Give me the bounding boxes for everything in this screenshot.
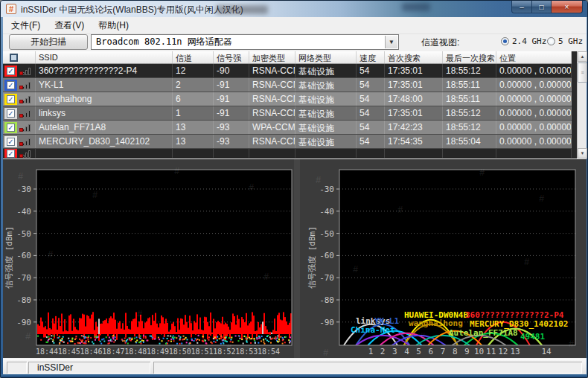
radio-5ghz[interactable]: 5 GHz	[547, 36, 583, 46]
network-label: China-Net	[351, 325, 395, 335]
menu-bar: 文件(F) 查看(V) 帮助(H)	[3, 17, 587, 34]
table-body: ✓360?????????????2-P412-90RSNA-CCMP基础设施5…	[3, 64, 572, 158]
window-title: inSSIDer 中国无线论坛(WlanBBS)专用版(风中闲人汉化)	[21, 4, 243, 16]
ssid-cell: 360?????????????2-P4	[36, 64, 173, 77]
header-position[interactable]: 位置	[496, 51, 572, 63]
menu-view[interactable]: 查看(V)	[48, 17, 90, 34]
svg-text:5: 5	[416, 347, 421, 356]
maximize-button[interactable]: □	[532, 1, 552, 13]
table-row[interactable]: ✓MERCURY_D830_140210213-93RSNA-CCMP基础设施5…	[3, 135, 572, 149]
channel-cell: 2	[173, 78, 214, 92]
svg-text:18:48: 18:48	[124, 347, 147, 356]
channel-cell: 12	[173, 64, 214, 77]
last-seen-cell: 18:55:12	[443, 64, 496, 77]
header-first-seen[interactable]: 首次搜索	[385, 51, 443, 63]
scroll-down-icon[interactable]: ▼	[578, 148, 587, 158]
row-checkbox[interactable]: ✓	[7, 95, 15, 103]
signal-strength-icon	[19, 108, 31, 118]
scrollbar-thumb[interactable]: ≡	[578, 63, 587, 83]
svg-text:14: 14	[541, 347, 552, 356]
svg-text:-30: -30	[319, 185, 334, 194]
header-network-type[interactable]: 网络类型	[295, 51, 357, 63]
row-checkbox[interactable]: ✓	[7, 124, 15, 132]
start-scan-button[interactable]: 开始扫描	[9, 34, 88, 50]
position-cell: 0.00000 , 0.00000	[496, 92, 572, 106]
radio-2-4ghz[interactable]: 2.4 GHz	[501, 36, 546, 46]
table-row[interactable]: ✓linksys1-91RSNA-CCMP基础设施5417:35:0118:55…	[3, 106, 572, 121]
status-message-panel	[153, 362, 582, 374]
signal-strength-icon	[19, 122, 31, 132]
status-bar: inSSIDer	[3, 359, 587, 375]
table-scrollbar[interactable]: ▲ ≡ ▼	[577, 51, 587, 158]
header-last-seen[interactable]: 最后一次搜索	[443, 51, 496, 63]
table-row[interactable]: ✓wanghaihong6-91RSNA-CCMP基础设施5417:48:001…	[3, 92, 572, 106]
table-row[interactable]: ✓YK-L12-91RSNA-CCMP基础设施5417:35:0118:55:1…	[3, 78, 572, 92]
rssi-cell: -91	[214, 78, 249, 92]
chart-splitter[interactable]	[294, 159, 300, 358]
network-label: wanghaihong	[409, 318, 463, 328]
svg-text:-50: -50	[319, 229, 334, 239]
adapter-combobox[interactable]: Broadcom 802.11n 网络适配器 ▼	[91, 34, 399, 50]
title-bar[interactable]: # inSSIDer 中国无线论坛(WlanBBS)专用版(风中闲人汉化) – …	[1, 1, 587, 17]
first-seen-cell: 17:35:01	[385, 106, 443, 120]
rssi-cell	[214, 149, 249, 158]
network-type-cell: 基础设施	[295, 121, 357, 134]
window-frame-bottom	[1, 374, 587, 377]
security-cell: WPA-CCMP	[249, 121, 295, 134]
header-select-all[interactable]	[3, 51, 36, 63]
row-select-cell: ✓	[3, 92, 36, 106]
header-security[interactable]: 加密类型	[249, 51, 295, 63]
menu-help[interactable]: 帮助(H)	[92, 17, 135, 34]
row-checkbox[interactable]: ✓	[7, 150, 15, 158]
svg-text:10: 10	[474, 347, 484, 356]
table-row[interactable]: ✓360?????????????2-P412-90RSNA-CCMP基础设施5…	[3, 64, 572, 78]
header-rssi[interactable]: 信号强	[214, 51, 249, 63]
channel-view-label: 信道视图:	[421, 36, 459, 49]
header-channel[interactable]: 信道	[173, 51, 214, 63]
row-checkbox[interactable]: ✓	[7, 67, 15, 75]
position-cell: 0.00000 , 0.00000	[496, 121, 572, 134]
header-ssid[interactable]: SSID	[36, 51, 173, 63]
row-checkbox[interactable]: ✓	[7, 138, 15, 146]
close-button[interactable]: ×	[552, 1, 583, 13]
last-seen-cell: 18:55:12	[443, 121, 496, 134]
client-area: 文件(F) 查看(V) 帮助(H) 开始扫描 Broadcom 802.11n …	[3, 17, 587, 375]
menu-file[interactable]: 文件(F)	[5, 17, 46, 34]
svg-text:9: 9	[464, 347, 470, 356]
table-row[interactable]: ✓	[3, 149, 572, 158]
svg-text:-60: -60	[16, 251, 31, 260]
table-row[interactable]: ✓Autelan_FF71A813-93WPA-CCMP基础设施5417:42:…	[3, 121, 572, 135]
svg-text:18:51: 18:51	[191, 347, 214, 356]
speed-cell: 54	[357, 106, 385, 120]
channel-cell: 13	[173, 135, 214, 148]
watermark-smudge	[402, 3, 430, 11]
watermark-smudge	[216, 5, 268, 14]
svg-text:-70: -70	[319, 273, 334, 283]
network-table: SSID 信道 信号强 加密类型 网络类型 速度 首次搜索 最后一次搜索 位置 …	[3, 51, 581, 158]
first-seen-cell: 17:42:23	[385, 121, 443, 134]
scroll-up-icon[interactable]: ▲	[578, 51, 587, 62]
header-speed[interactable]: 速度	[357, 51, 385, 63]
svg-text:6: 6	[429, 347, 434, 356]
row-checkbox[interactable]: ✓	[7, 81, 15, 89]
security-cell: RSNA-CCMP	[249, 135, 295, 148]
svg-text:18:45: 18:45	[58, 347, 80, 356]
svg-text:-80: -80	[319, 295, 334, 305]
svg-text:-60: -60	[319, 251, 334, 260]
network-label: Autelan_FF71A8	[449, 328, 518, 338]
chevron-down-icon[interactable]: ▼	[385, 36, 397, 48]
row-checkbox[interactable]: ✓	[7, 109, 15, 118]
row-select-cell: ✓	[3, 78, 36, 92]
security-cell: RSNA-CCMP	[249, 92, 295, 106]
network-type-cell: 基础设施	[295, 92, 357, 106]
last-seen-cell: 18:55:11	[443, 78, 496, 92]
svg-text:7: 7	[441, 347, 446, 356]
row-select-cell: ✓	[3, 149, 36, 158]
minimize-button[interactable]: –	[511, 1, 532, 13]
position-cell	[496, 149, 572, 158]
ssid-cell: wanghaihong	[36, 92, 173, 106]
radio-dot-icon	[547, 37, 555, 45]
speed-cell: 54	[357, 135, 385, 148]
position-cell: 0.00000 , 0.00000	[496, 135, 572, 148]
rssi-cell: -93	[214, 121, 249, 134]
